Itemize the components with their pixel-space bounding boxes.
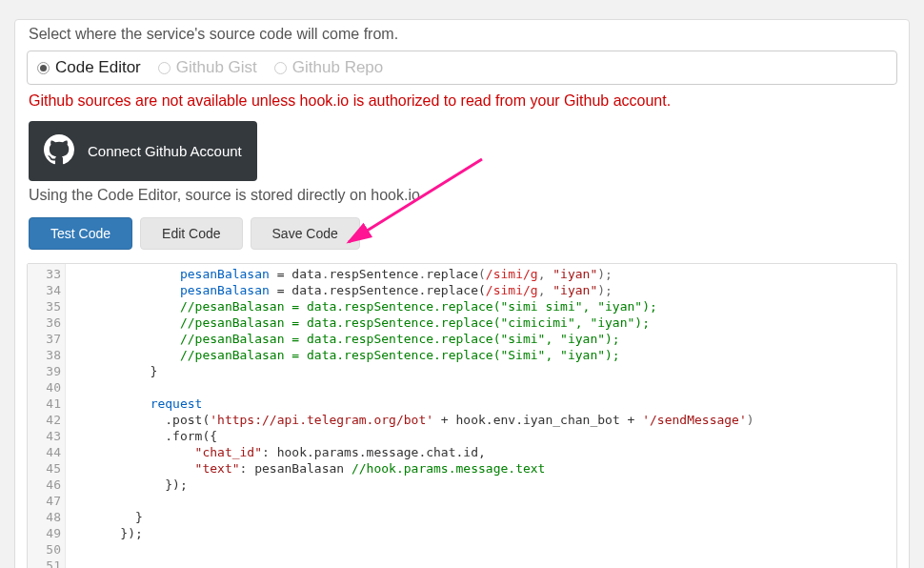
connect-github-label: Connect Github Account xyxy=(88,143,242,159)
code-line[interactable]: } xyxy=(90,509,891,525)
radio-label: Code Editor xyxy=(55,58,141,77)
radio-icon xyxy=(158,62,171,74)
edit-code-button[interactable]: Edit Code xyxy=(140,217,242,250)
line-number: 35 xyxy=(28,298,61,314)
code-line[interactable]: .post('https://api.telegram.org/bot' + h… xyxy=(90,412,891,428)
code-line[interactable]: //pesanBalasan = data.respSentence.repla… xyxy=(90,347,891,363)
radio-label: Github Gist xyxy=(176,58,257,77)
code-line[interactable]: pesanBalasan = data.respSentence.replace… xyxy=(90,282,891,298)
source-option-github-gist: Github Gist xyxy=(158,58,257,77)
line-number: 51 xyxy=(28,558,61,568)
line-number: 43 xyxy=(28,428,61,444)
code-line[interactable] xyxy=(90,541,891,558)
line-number: 41 xyxy=(28,396,61,412)
code-line[interactable] xyxy=(90,558,891,568)
editor-storage-note: Using the Code Editor, source is stored … xyxy=(29,187,897,204)
radio-icon xyxy=(274,62,287,74)
line-number: 34 xyxy=(28,282,61,298)
code-line[interactable]: pesanBalasan = data.respSentence.replace… xyxy=(90,266,891,282)
source-panel: Select where the service's source code w… xyxy=(14,19,910,568)
line-number: 47 xyxy=(28,493,61,509)
code-action-row: Test Code Edit Code Save Code xyxy=(29,217,897,250)
code-line[interactable]: //pesanBalasan = data.respSentence.repla… xyxy=(90,314,891,331)
code-line[interactable]: "text": pesanBalasan //hook.params.messa… xyxy=(90,460,891,477)
source-option-code-editor[interactable]: Code Editor xyxy=(37,58,141,77)
line-number: 40 xyxy=(28,379,61,396)
github-warning-text: Github sources are not available unless … xyxy=(29,92,897,110)
line-number: 44 xyxy=(28,444,61,460)
instruction-text: Select where the service's source code w… xyxy=(29,26,897,43)
line-number: 45 xyxy=(28,460,61,477)
line-number: 33 xyxy=(28,266,61,282)
code-line[interactable]: //pesanBalasan = data.respSentence.repla… xyxy=(90,331,891,347)
code-editor[interactable]: 3334353637383940414243444546474849505152… xyxy=(27,263,897,568)
line-number: 48 xyxy=(28,509,61,525)
save-code-button[interactable]: Save Code xyxy=(251,217,360,250)
line-number: 46 xyxy=(28,477,61,493)
code-line[interactable]: .form({ xyxy=(90,428,891,444)
line-gutter: 3334353637383940414243444546474849505152… xyxy=(28,264,66,568)
code-content[interactable]: pesanBalasan = data.respSentence.replace… xyxy=(66,264,896,568)
radio-label: Github Repo xyxy=(292,58,383,77)
line-number: 36 xyxy=(28,314,61,331)
line-number: 42 xyxy=(28,412,61,428)
line-number: 49 xyxy=(28,525,61,541)
github-icon xyxy=(44,134,74,168)
line-number: 39 xyxy=(28,363,61,379)
line-number: 37 xyxy=(28,331,61,347)
code-line[interactable]: request xyxy=(90,396,891,412)
line-number: 50 xyxy=(28,541,61,558)
code-line[interactable]: "chat_id": hook.params.message.chat.id, xyxy=(90,444,891,460)
test-code-button[interactable]: Test Code xyxy=(29,217,132,250)
source-radio-group: Code EditorGithub GistGithub Repo xyxy=(27,51,897,85)
code-line[interactable] xyxy=(90,493,891,509)
code-line[interactable]: }); xyxy=(90,525,891,541)
code-line[interactable]: //pesanBalasan = data.respSentence.repla… xyxy=(90,298,891,314)
line-number: 38 xyxy=(28,347,61,363)
connect-github-button[interactable]: Connect Github Account xyxy=(29,121,257,181)
source-option-github-repo: Github Repo xyxy=(274,58,383,77)
code-line[interactable]: } xyxy=(90,363,891,379)
code-line[interactable] xyxy=(90,379,891,396)
radio-icon xyxy=(37,62,50,74)
code-line[interactable]: }); xyxy=(90,477,891,493)
